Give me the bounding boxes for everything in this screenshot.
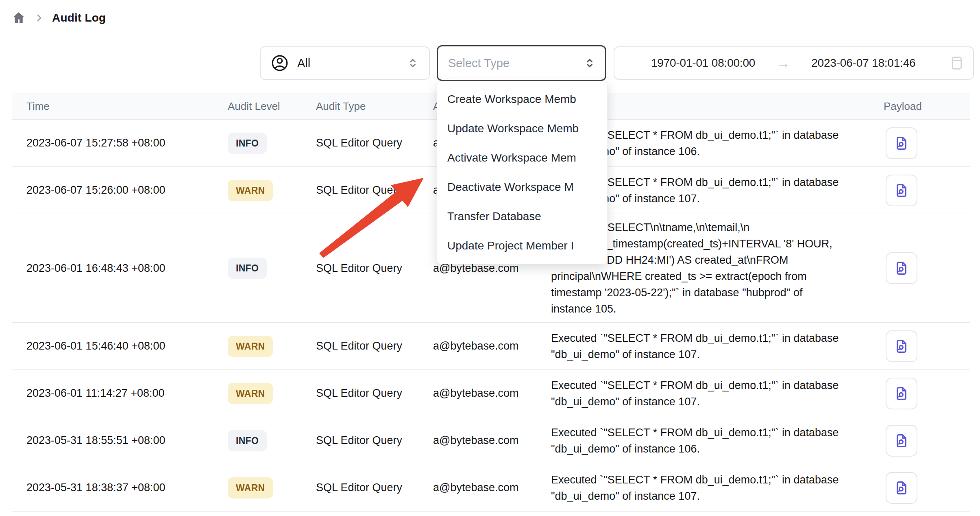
cell-actor: a@bytebase.com <box>433 340 551 352</box>
table-row: 2023-05-31 18:55:51 +08:00 INFO SQL Edit… <box>12 417 970 464</box>
cell-time: 2023-06-01 15:46:40 +08:00 <box>12 340 228 352</box>
file-search-icon <box>893 182 910 199</box>
view-payload-button[interactable] <box>886 127 917 159</box>
cell-payload <box>862 252 970 284</box>
cell-payload <box>862 378 970 409</box>
cell-actor: a@bytebase.com <box>433 387 551 400</box>
arrow-right-icon: → <box>776 56 790 70</box>
cell-time: 2023-06-01 11:14:27 +08:00 <box>12 387 228 400</box>
date-range-end[interactable]: 2023-06-07 18:01:46 <box>811 57 915 70</box>
cell-payload <box>862 472 970 504</box>
column-header-audit-type: Audit Type <box>316 100 433 113</box>
actor-filter-value: All <box>297 57 310 70</box>
type-filter-select[interactable]: Select Type <box>437 45 606 81</box>
audit-level-badge: WARN <box>228 477 273 499</box>
view-payload-button[interactable] <box>886 378 917 409</box>
cell-audit-type: SQL Editor Query <box>316 262 433 275</box>
table-row: 2023-06-01 11:14:27 +08:00 WARN SQL Edit… <box>12 370 970 417</box>
cell-audit-type: SQL Editor Query <box>316 481 433 494</box>
cell-audit-level: INFO <box>228 430 316 451</box>
type-dropdown-option[interactable]: Deactivate Workspace M <box>437 173 607 202</box>
cell-payload <box>862 330 970 362</box>
cell-audit-level: WARN <box>228 383 316 404</box>
cell-comment: Executed `"SELECT * FROM db_ui_demo.t1;"… <box>551 372 862 415</box>
table-row: 2023-06-01 15:46:40 +08:00 WARN SQL Edit… <box>12 323 970 370</box>
table-row: 2023-05-31 18:38:37 +08:00 WARN SQL Edit… <box>12 464 970 512</box>
chevron-up-down-icon <box>583 57 596 70</box>
type-dropdown-option[interactable]: Update Workspace Memb <box>437 114 607 143</box>
cell-audit-type: SQL Editor Query <box>316 184 433 197</box>
file-search-icon <box>893 135 910 152</box>
view-payload-button[interactable] <box>886 425 917 457</box>
chevron-up-down-icon <box>406 57 419 70</box>
breadcrumb: Audit Log <box>11 11 106 25</box>
column-header-payload: Payload <box>862 100 970 113</box>
calendar-icon <box>949 55 965 71</box>
cell-time: 2023-05-31 18:38:37 +08:00 <box>12 481 228 494</box>
file-search-icon <box>893 338 910 355</box>
type-dropdown-option[interactable]: Transfer Database <box>437 202 607 231</box>
type-dropdown-option[interactable]: Update Project Member I <box>437 231 607 260</box>
type-dropdown-option[interactable]: Create Workspace Memb <box>437 85 607 114</box>
column-header-audit-level: Audit Level <box>228 100 316 113</box>
cell-audit-level: WARN <box>228 336 316 357</box>
breadcrumb-chevron-icon <box>34 13 44 23</box>
cell-audit-level: WARN <box>228 180 316 201</box>
view-payload-button[interactable] <box>886 330 917 362</box>
cell-audit-type: SQL Editor Query <box>316 387 433 400</box>
cell-audit-level: WARN <box>228 477 316 499</box>
type-dropdown-option[interactable]: Activate Workspace Mem <box>437 143 607 173</box>
file-search-icon <box>893 385 910 402</box>
audit-level-badge: WARN <box>228 180 273 201</box>
cell-audit-level: INFO <box>228 258 316 279</box>
cell-time: 2023-06-07 15:27:58 +08:00 <box>12 137 228 149</box>
cell-actor: a@bytebase.com <box>433 481 551 494</box>
cell-audit-type: SQL Editor Query <box>316 340 433 352</box>
audit-level-badge: INFO <box>228 430 267 451</box>
file-search-icon <box>893 260 910 277</box>
view-payload-button[interactable] <box>886 472 917 504</box>
cell-time: 2023-06-01 16:48:43 +08:00 <box>12 262 228 275</box>
actor-filter-select[interactable]: All <box>260 46 430 80</box>
home-icon[interactable] <box>11 11 26 25</box>
date-range-picker[interactable]: 1970-01-01 08:00:00 → 2023-06-07 18:01:4… <box>614 46 974 80</box>
cell-payload <box>862 425 970 457</box>
audit-level-badge: WARN <box>228 336 273 357</box>
type-filter-placeholder: Select Type <box>448 57 510 70</box>
page-title: Audit Log <box>52 11 106 24</box>
audit-level-badge: WARN <box>228 383 273 404</box>
cell-audit-type: SQL Editor Query <box>316 137 433 149</box>
cell-comment: Executed `"SELECT * FROM db_ui_demo.t1;"… <box>551 466 862 509</box>
type-dropdown-menu: Create Workspace MembUpdate Workspace Me… <box>437 81 608 264</box>
cell-comment: Executed `"SELECT * FROM db_ui_demo.t1;"… <box>551 325 862 368</box>
user-circle-icon <box>270 54 289 72</box>
file-search-icon <box>893 479 910 496</box>
cell-payload <box>862 127 970 159</box>
audit-level-badge: INFO <box>228 258 267 279</box>
cell-payload <box>862 175 970 206</box>
cell-audit-level: INFO <box>228 133 316 154</box>
date-range-start[interactable]: 1970-01-01 08:00:00 <box>651 57 755 70</box>
column-header-time: Time <box>12 100 228 113</box>
view-payload-button[interactable] <box>886 175 917 206</box>
audit-level-badge: INFO <box>228 133 267 154</box>
file-search-icon <box>893 432 910 449</box>
cell-audit-type: SQL Editor Query <box>316 434 433 447</box>
cell-comment: Executed `"SELECT * FROM db_ui_demo.t1;"… <box>551 419 862 462</box>
cell-actor: a@bytebase.com <box>433 434 551 447</box>
cell-time: 2023-06-07 15:26:00 +08:00 <box>12 184 228 197</box>
view-payload-button[interactable] <box>886 252 917 284</box>
cell-time: 2023-05-31 18:55:51 +08:00 <box>12 434 228 447</box>
